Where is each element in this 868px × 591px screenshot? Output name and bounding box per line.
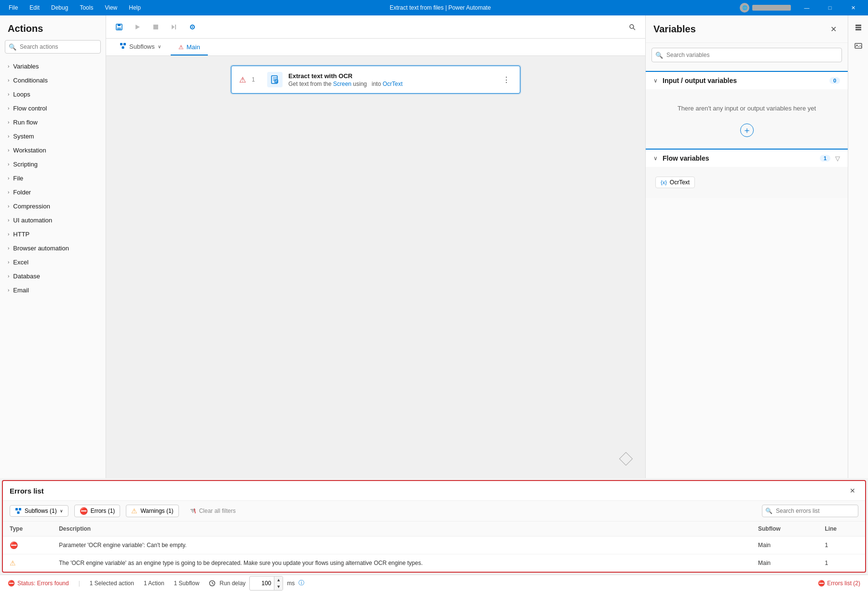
- subflows-filter-button[interactable]: Subflows (1) ∨: [10, 505, 68, 517]
- io-add-variable-button[interactable]: ＋: [740, 124, 754, 137]
- chevron-icon: ›: [8, 134, 9, 139]
- svg-rect-6: [175, 25, 176, 29]
- image-icon-button[interactable]: [850, 38, 867, 54]
- run-delay-down[interactable]: ▼: [274, 583, 283, 590]
- action-ocrtext-link[interactable]: OcrText: [382, 81, 402, 87]
- errors-table: Type Description Subflow Line ⛔ Paramete…: [3, 522, 865, 572]
- maximize-button[interactable]: □: [819, 0, 841, 15]
- error-row-1[interactable]: ⛔ Parameter 'OCR engine variable': Can't…: [3, 536, 865, 554]
- action-item-flowcontrol[interactable]: › Flow control: [0, 101, 106, 115]
- clock-icon: [209, 580, 216, 587]
- layers-icon-button[interactable]: [850, 19, 867, 36]
- action-item-compression[interactable]: › Compression: [0, 199, 106, 213]
- warnings-filter-button[interactable]: ⚠ Warnings (1): [126, 505, 178, 517]
- svg-rect-13: [123, 43, 126, 45]
- error-type-icon: ⛔: [10, 541, 18, 549]
- warnings-filter-label: Warnings (1): [140, 508, 173, 514]
- action-item-conditionals[interactable]: › Conditionals: [0, 73, 106, 87]
- action-label: UI automation: [13, 217, 52, 224]
- run-delay-label: Run delay: [219, 580, 245, 587]
- canvas-search-button[interactable]: [625, 20, 639, 34]
- action-item-excel[interactable]: › Excel: [0, 255, 106, 269]
- errors-list-link[interactable]: ⛔ Errors list (2): [818, 580, 860, 587]
- action-item-workstation[interactable]: › Workstation: [0, 143, 106, 157]
- error-subflow-cell: Main: [751, 536, 818, 554]
- record-button[interactable]: [185, 20, 200, 34]
- warning-badge-icon: ⚠: [131, 507, 137, 515]
- variables-panel: Variables ✕ 🔍 ∨ Input / output variables…: [645, 15, 848, 478]
- menu-debug[interactable]: Debug: [46, 2, 73, 13]
- flow-variables-header[interactable]: ∨ Flow variables 1 ▽: [646, 149, 848, 167]
- action-label: File: [13, 175, 23, 182]
- variables-search-input[interactable]: [651, 48, 842, 62]
- action-item-folder[interactable]: › Folder: [0, 185, 106, 199]
- errors-close-button[interactable]: ✕: [847, 485, 858, 496]
- title-bar: File Edit Debug Tools View Help Extract …: [0, 0, 868, 15]
- user-name-blurred: [752, 5, 791, 11]
- action-more-button[interactable]: ⋮: [501, 74, 512, 85]
- menu-edit[interactable]: Edit: [25, 2, 44, 13]
- flow-action-card[interactable]: ⚠ 1 Extract text with OCR Get text from …: [231, 66, 520, 94]
- variable-item-ocrtext[interactable]: {x} OcrText: [655, 177, 695, 188]
- run-delay-up[interactable]: ▲: [274, 577, 283, 583]
- errors-link-text: Errors list (2): [827, 580, 860, 587]
- menu-tools[interactable]: Tools: [75, 2, 98, 13]
- action-item-uiautomation[interactable]: › UI automation: [0, 213, 106, 227]
- action-item-email[interactable]: › Email: [0, 283, 106, 297]
- errors-search-input[interactable]: [762, 505, 858, 517]
- clear-filters-button[interactable]: Clear all filters: [185, 506, 241, 516]
- close-button[interactable]: ✕: [842, 0, 864, 15]
- action-label: Workstation: [13, 147, 46, 154]
- io-section-chevron: ∨: [653, 77, 658, 84]
- io-variables-header[interactable]: ∨ Input / output variables 0: [646, 71, 848, 89]
- subflows-tab-label: Subflows: [129, 43, 155, 50]
- step-button[interactable]: [167, 20, 181, 34]
- error-description-cell: Parameter 'OCR engine variable': Can't b…: [52, 536, 751, 554]
- action-item-database[interactable]: › Database: [0, 269, 106, 283]
- warning-line-cell: 1: [818, 554, 865, 572]
- action-label: HTTP: [13, 231, 29, 238]
- flow-section-title: Flow variables: [663, 154, 815, 162]
- warning-row-1[interactable]: ⚠ The 'OCR engine variable' as an engine…: [3, 554, 865, 572]
- tab-main[interactable]: ⚠ Main: [171, 40, 208, 55]
- variables-close-button[interactable]: ✕: [827, 22, 840, 36]
- run-button[interactable]: [130, 20, 145, 34]
- action-item-file[interactable]: › File: [0, 171, 106, 185]
- app-container: Actions 🔍 › Variables › Conditionals › L…: [0, 15, 868, 591]
- user-info: 🌐: [735, 3, 796, 13]
- main-area: Actions 🔍 › Variables › Conditionals › L…: [0, 15, 868, 478]
- col-description: Description: [52, 522, 751, 536]
- run-delay-input[interactable]: [250, 579, 274, 588]
- minimize-button[interactable]: —: [796, 0, 818, 15]
- clear-filters-label: Clear all filters: [199, 508, 236, 514]
- action-item-system[interactable]: › System: [0, 129, 106, 143]
- menu-view[interactable]: View: [100, 2, 122, 13]
- chevron-icon: ›: [8, 218, 9, 223]
- action-item-runflow[interactable]: › Run flow: [0, 115, 106, 129]
- chevron-icon: ›: [8, 106, 9, 111]
- menu-help[interactable]: Help: [124, 2, 146, 13]
- tab-subflows[interactable]: Subflows ∨: [112, 39, 169, 55]
- io-section-content: There aren't any input or output variabl…: [646, 89, 848, 145]
- flow-section-content: {x} OcrText: [646, 167, 848, 198]
- errors-header: Errors list ✕: [3, 481, 865, 501]
- action-label: Browser automation: [13, 245, 69, 252]
- action-label: Run flow: [13, 119, 38, 126]
- action-item-http[interactable]: › HTTP: [0, 227, 106, 241]
- action-item-variables[interactable]: › Variables: [0, 59, 106, 73]
- main-tab-icon: ⚠: [178, 44, 184, 51]
- action-item-scripting[interactable]: › Scripting: [0, 157, 106, 171]
- menu-file[interactable]: File: [4, 2, 23, 13]
- save-button[interactable]: [112, 20, 126, 34]
- error-badge-icon: ⛔: [80, 507, 88, 515]
- menu-bar: File Edit Debug Tools View Help: [4, 2, 146, 13]
- chevron-icon: ›: [8, 260, 9, 265]
- errors-title: Errors list: [10, 487, 44, 495]
- actions-search-input[interactable]: [5, 40, 101, 54]
- action-item-loops[interactable]: › Loops: [0, 87, 106, 101]
- action-screen-link[interactable]: Screen: [333, 81, 352, 87]
- stop-button[interactable]: [149, 20, 163, 34]
- action-item-browserautomation[interactable]: › Browser automation: [0, 241, 106, 255]
- errors-filter-button[interactable]: ⛔ Errors (1): [74, 505, 121, 517]
- svg-rect-21: [855, 25, 861, 26]
